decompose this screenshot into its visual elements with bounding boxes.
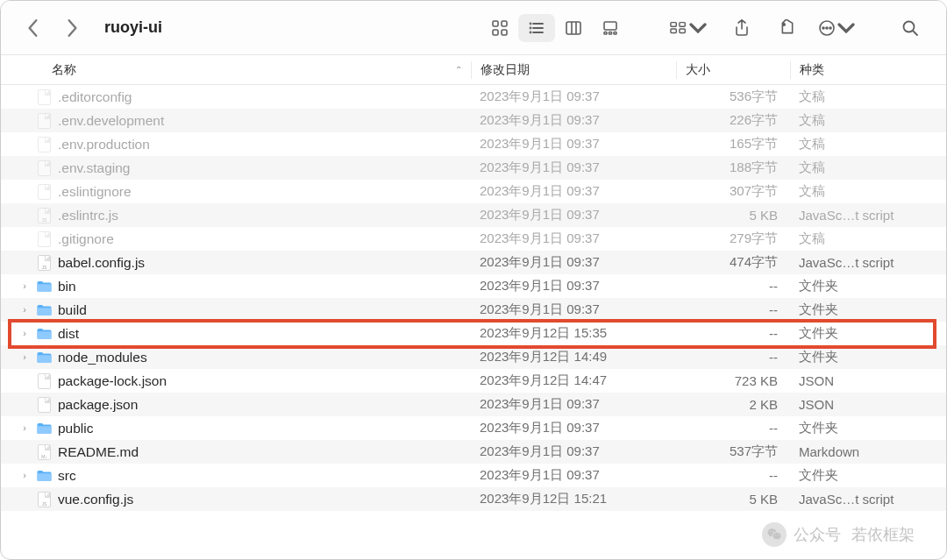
file-size: 226字节 xyxy=(676,112,790,129)
view-list-button[interactable] xyxy=(518,14,555,42)
file-size: 188字节 xyxy=(676,159,790,176)
svg-rect-3 xyxy=(502,30,507,35)
file-date: 2023年9月1日 09:37 xyxy=(471,207,676,223)
header-date[interactable]: 修改日期 xyxy=(471,61,676,79)
file-size: 474字节 xyxy=(676,254,790,271)
view-icons-button[interactable] xyxy=(481,14,518,42)
file-row[interactable]: ›JS.eslintrc.js2023年9月1日 09:375 KBJavaSc… xyxy=(1,203,946,227)
file-icon xyxy=(36,396,53,413)
file-row[interactable]: ›package.json2023年9月1日 09:372 KBJSON xyxy=(1,393,946,416)
file-name: build xyxy=(58,302,87,318)
header-name-label: 名称 xyxy=(52,62,76,78)
file-size: -- xyxy=(676,468,790,483)
wechat-icon xyxy=(762,522,787,547)
file-size: -- xyxy=(676,326,790,341)
watermark-label: 公众号 xyxy=(794,524,841,545)
disclosure-triangle-icon[interactable]: › xyxy=(18,280,31,291)
file-name: src xyxy=(58,468,76,484)
file-row[interactable]: ›bin2023年9月1日 09:37--文件夹 xyxy=(1,274,946,298)
file-row[interactable]: ›build2023年9月1日 09:37--文件夹 xyxy=(1,298,946,322)
file-kind: 文件夹 xyxy=(790,301,946,318)
file-row[interactable]: ›.env.production2023年9月1日 09:37165字节文稿 xyxy=(1,132,946,156)
svg-point-25 xyxy=(830,27,831,29)
file-size: 723 KB xyxy=(676,373,790,388)
file-kind: Markdown xyxy=(790,444,946,459)
svg-rect-10 xyxy=(566,22,580,34)
disclosure-triangle-icon[interactable]: › xyxy=(18,328,31,338)
watermark-brand: 若依框架 xyxy=(851,524,915,545)
window-title: ruoyi-ui xyxy=(104,18,162,37)
file-size: 307字节 xyxy=(676,183,790,200)
file-kind: JavaSc…t script xyxy=(790,492,946,507)
file-name: .env.staging xyxy=(58,160,130,176)
file-row[interactable]: ›.gitignore2023年9月1日 09:37279字节文稿 xyxy=(1,227,946,251)
file-size: -- xyxy=(676,350,790,365)
file-row[interactable]: ›M↓README.md2023年9月1日 09:37537字节Markdown xyxy=(1,440,946,464)
file-kind: 文稿 xyxy=(790,112,946,129)
js-file-icon: JS xyxy=(36,491,53,507)
header-size[interactable]: 大小 xyxy=(676,61,790,79)
file-row[interactable]: ›.eslintignore2023年9月1日 09:37307字节文稿 xyxy=(1,180,946,203)
svg-point-24 xyxy=(826,27,828,29)
file-date: 2023年9月1日 09:37 xyxy=(471,254,676,271)
file-icon xyxy=(36,159,53,176)
svg-point-7 xyxy=(530,23,531,24)
file-name: README.md xyxy=(58,444,139,460)
nav-arrows xyxy=(25,18,80,38)
file-kind: 文件夹 xyxy=(790,325,946,342)
file-name: node_modules xyxy=(58,350,147,365)
file-name: .env.development xyxy=(58,113,164,129)
file-name: public xyxy=(58,421,94,436)
file-name: .eslintrc.js xyxy=(58,208,118,223)
forward-button[interactable] xyxy=(64,18,80,38)
svg-rect-13 xyxy=(604,22,616,30)
file-size: 279字节 xyxy=(676,230,790,247)
file-date: 2023年9月1日 09:37 xyxy=(471,136,676,152)
file-row[interactable]: ›src2023年9月1日 09:37--文件夹 xyxy=(1,464,946,487)
file-row[interactable]: ›package-lock.json2023年9月12日 14:47723 KB… xyxy=(1,369,946,393)
svg-point-21 xyxy=(783,23,785,25)
toolbar: ruoyi-ui xyxy=(1,1,946,55)
file-icon xyxy=(36,183,53,200)
action-menu-button[interactable] xyxy=(815,14,858,42)
svg-rect-19 xyxy=(680,22,685,26)
disclosure-triangle-icon[interactable]: › xyxy=(18,351,31,362)
file-row[interactable]: ›JSbabel.config.js2023年9月1日 09:37474字节Ja… xyxy=(1,251,946,274)
file-kind: 文稿 xyxy=(790,136,946,152)
group-by-button[interactable] xyxy=(662,14,715,42)
file-row[interactable]: ›.editorconfig2023年9月1日 09:37536字节文稿 xyxy=(1,85,946,109)
file-row[interactable]: ›node_modules2023年9月12日 14:49--文件夹 xyxy=(1,345,946,369)
share-button[interactable] xyxy=(723,14,760,42)
file-row[interactable]: ›public2023年9月1日 09:37--文件夹 xyxy=(1,416,946,440)
header-kind[interactable]: 种类 xyxy=(790,61,946,79)
search-button[interactable] xyxy=(892,14,929,42)
tags-button[interactable] xyxy=(769,14,806,42)
disclosure-triangle-icon[interactable]: › xyxy=(18,422,31,433)
disclosure-triangle-icon[interactable]: › xyxy=(18,470,31,480)
header-name[interactable]: 名称 ⌃ xyxy=(1,62,471,78)
svg-rect-0 xyxy=(493,21,498,26)
disclosure-triangle-icon[interactable]: › xyxy=(18,304,31,315)
file-date: 2023年9月1日 09:37 xyxy=(471,467,676,484)
file-size: 2 KB xyxy=(676,397,790,412)
file-name: .env.production xyxy=(58,137,150,152)
svg-rect-16 xyxy=(614,32,616,34)
back-button[interactable] xyxy=(25,18,41,38)
file-row[interactable]: ›.env.development2023年9月1日 09:37226字节文稿 xyxy=(1,109,946,132)
view-columns-button[interactable] xyxy=(555,14,592,42)
file-date: 2023年9月1日 09:37 xyxy=(471,112,676,129)
file-kind: 文件夹 xyxy=(790,467,946,484)
file-name: package-lock.json xyxy=(58,373,167,389)
file-kind: JSON xyxy=(790,397,946,412)
file-row[interactable]: ›.env.staging2023年9月1日 09:37188字节文稿 xyxy=(1,156,946,180)
file-kind: 文件夹 xyxy=(790,420,946,436)
folder-icon xyxy=(36,422,53,435)
file-date: 2023年9月1日 09:37 xyxy=(471,159,676,176)
file-date: 2023年9月1日 09:37 xyxy=(471,278,676,294)
view-gallery-button[interactable] xyxy=(592,14,629,42)
file-icon xyxy=(36,372,53,389)
file-row[interactable]: ›dist2023年9月12日 15:35--文件夹 xyxy=(1,322,946,345)
file-row[interactable]: ›JSvue.config.js2023年9月12日 15:215 KBJava… xyxy=(1,487,946,511)
file-icon xyxy=(36,136,53,152)
file-date: 2023年9月12日 15:35 xyxy=(471,325,676,342)
